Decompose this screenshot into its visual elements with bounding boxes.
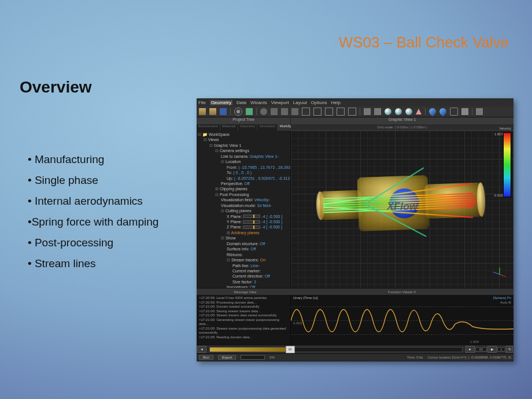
timeline-loop-button[interactable]: ↻ xyxy=(506,346,513,353)
menu-file[interactable]: File xyxy=(198,100,206,105)
grid-icon[interactable] xyxy=(450,108,458,116)
menu-help[interactable]: Help xyxy=(331,100,340,105)
menu-layout[interactable]: Layout xyxy=(293,100,307,105)
menu-data[interactable]: Data xyxy=(237,100,246,105)
timeline-step-field[interactable]: 1 xyxy=(497,347,505,352)
legend-min: 0.000 xyxy=(494,194,503,197)
bullet-item: • Manufacturing xyxy=(28,149,158,170)
timeline-track[interactable]: 60 xyxy=(209,347,463,352)
status-cursor: Cursor location [Grid-XY]: ( -0.0658898,… xyxy=(428,356,511,359)
toolbar-separator xyxy=(230,108,231,115)
side-view-icon[interactable] xyxy=(337,108,345,116)
slide-heading: Overview xyxy=(20,78,92,97)
menu-viewport[interactable]: Viewport xyxy=(271,100,289,105)
progress-bar xyxy=(241,355,265,360)
legend-title: Velocity xyxy=(499,127,511,130)
tab-simulation[interactable]: Simulation xyxy=(257,124,278,131)
presentation-slide: WS03 – Ball Check Valve Overview • Manuf… xyxy=(0,0,532,399)
project-tree-panel: Environment Materials Geometry Simulatio… xyxy=(197,124,291,288)
message-log[interactable]: >17:20:59: Level 0 has 4204 active parti… xyxy=(197,295,290,347)
bullet-list: • Manufacturing • Single phase • Interna… xyxy=(28,149,158,275)
sphere-icon[interactable] xyxy=(385,108,391,115)
timeline-end-field[interactable]: 60 xyxy=(475,347,487,352)
progress-pct: 0% xyxy=(269,356,275,359)
toolbar xyxy=(197,106,513,117)
tab-materials[interactable]: Materials xyxy=(220,124,238,131)
run-button[interactable]: Run xyxy=(199,355,213,360)
drop2-icon[interactable] xyxy=(438,107,448,117)
message-view: >17:20:59: Level 0 has 4204 active parti… xyxy=(197,295,291,345)
save-icon[interactable] xyxy=(220,108,227,115)
timeline-prev-button[interactable]: ◄ xyxy=(197,346,206,353)
function-viewer-header: Message View Function Viewer 0 xyxy=(197,288,513,295)
viewport-ruler: Grid scale: ( 0.010m ) ( 0.050m ) xyxy=(291,124,513,131)
timeline: ◄ 60 ► 60 ▶ 1 ↻ xyxy=(197,345,513,353)
fit-icon[interactable] xyxy=(291,108,298,115)
menu-bar: File Geometry Data Wizards Viewport Layo… xyxy=(197,98,513,106)
open-icon[interactable] xyxy=(199,108,206,115)
play-icon[interactable] xyxy=(246,108,253,115)
drop-icon[interactable] xyxy=(428,107,438,117)
slide-title: WS03 – Ball Check Valve xyxy=(339,34,509,51)
toolbar-separator xyxy=(256,108,257,115)
folder-icon[interactable] xyxy=(209,108,216,115)
bullet-item: • Single phase xyxy=(28,170,158,191)
log-line: >17:21:00: Stream tracer postprocessing … xyxy=(199,327,288,331)
function-viewer: >17:20:59: Level 0 has 4204 active parti… xyxy=(197,295,513,345)
box-icon[interactable] xyxy=(302,108,310,116)
tab-environment[interactable]: Environment xyxy=(197,124,220,131)
log-line: >17:20:59: Level 0 has 4204 active parti… xyxy=(199,296,288,301)
watermark: XFlow xyxy=(387,200,418,212)
status-bar: Run Export 0% Time: 0.6s Cursor location… xyxy=(197,353,513,361)
front-view-icon[interactable] xyxy=(325,108,333,116)
log-line: >17:21:00: Stream tracers data saved suc… xyxy=(199,313,288,318)
bullet-item: • Post-processing xyxy=(28,232,158,253)
function-plot[interactable]: Unary [Time (s)] [Sphere] Px Auto fit 0.… xyxy=(291,295,513,345)
toolbar-separator xyxy=(472,108,472,115)
timeline-play-button[interactable]: ▶ xyxy=(487,346,497,353)
main-row: Environment Materials Geometry Simulatio… xyxy=(197,124,513,288)
graphic-view-header: Graphic View 1 xyxy=(291,117,513,124)
plot-line-icon xyxy=(291,295,513,345)
rotate-icon[interactable] xyxy=(281,108,288,115)
hand-icon[interactable] xyxy=(271,108,278,115)
project-tree-header: Project Tree xyxy=(197,117,291,124)
timeline-knob[interactable]: 60 xyxy=(286,346,295,353)
color-legend xyxy=(503,132,511,197)
menu-wizards[interactable]: Wizards xyxy=(250,100,267,105)
point-icon[interactable] xyxy=(364,108,371,115)
function-viewer-title: Function Viewer 0 xyxy=(292,290,512,294)
export-button[interactable]: Export xyxy=(218,355,236,360)
axis-triad-icon xyxy=(492,266,508,282)
brush-icon[interactable] xyxy=(461,108,468,115)
bullet-item: •Spring force with damping xyxy=(28,212,158,232)
legend-max: 1.807 xyxy=(494,132,503,136)
zoom-icon[interactable] xyxy=(260,108,267,115)
tab-geometry[interactable]: Geometry xyxy=(238,124,257,131)
menu-geometry[interactable]: Geometry xyxy=(210,100,232,105)
top-view-icon[interactable] xyxy=(313,108,322,116)
log-line: >17:21:00: Saving stream tracers data... xyxy=(199,309,288,314)
more-icon[interactable] xyxy=(476,108,483,115)
pane-headers: Project Tree Graphic View 1 xyxy=(197,117,513,124)
menu-options[interactable]: Options xyxy=(311,100,327,105)
bullet-item: • Internal aerodynamics xyxy=(28,191,158,212)
cone-icon[interactable] xyxy=(416,109,422,114)
timeline-next-button[interactable]: ► xyxy=(466,346,475,353)
toolbar-separator xyxy=(425,108,426,115)
log-line: >17:21:05: Reading domain data... xyxy=(199,335,288,340)
sphere2-icon[interactable] xyxy=(395,108,402,115)
status-time: Time: 0.6s xyxy=(407,356,423,359)
graphic-viewport[interactable]: Grid scale: ( 0.010m ) ( 0.050m ) xyxy=(291,124,513,288)
log-line: >17:21:00: Generating stream tracer post… xyxy=(199,318,288,327)
settings-icon[interactable] xyxy=(234,108,242,116)
project-tabs: Environment Materials Geometry Simulatio… xyxy=(197,124,290,131)
embedded-app-screenshot: File Geometry Data Wizards Viewport Layo… xyxy=(197,98,513,361)
sphere3-icon[interactable] xyxy=(405,108,412,115)
message-view-header: Message View xyxy=(198,290,292,294)
log-line: >17:20:59: Processing domain data... xyxy=(199,301,288,305)
mesh-icon[interactable] xyxy=(374,108,381,115)
iso-view-icon[interactable] xyxy=(348,108,356,116)
bullet-item: • Stream lines xyxy=(28,253,158,274)
property-tree[interactable]: ⊟ 📁 WorkSpace ⊟ Views ⊟ Graphic View 1 ⊟… xyxy=(197,131,290,288)
